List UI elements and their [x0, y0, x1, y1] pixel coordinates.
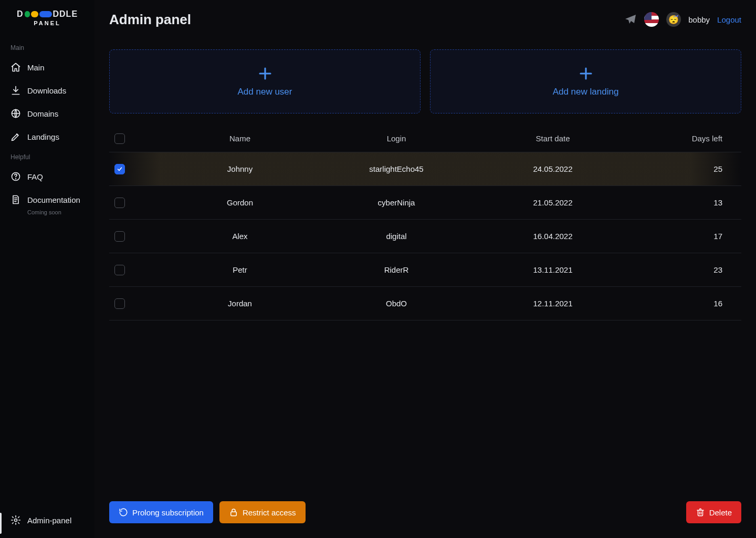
table-row: Alexdigital16.04.202217: [109, 220, 741, 253]
table-header: Name Login Start date Days left: [109, 125, 741, 152]
cell-name: Petr: [162, 265, 318, 274]
table-row: GordoncyberNinja21.05.202213: [109, 186, 741, 220]
globe-icon: [10, 108, 21, 119]
cell-login: cyberNinja: [318, 198, 475, 207]
tile-label: Add new user: [238, 87, 292, 97]
row-checkbox[interactable]: [114, 265, 125, 275]
telegram-icon[interactable]: [624, 13, 637, 26]
cell-login: ObdO: [318, 299, 475, 308]
home-icon: [10, 62, 21, 73]
sidebar-section-helpful: Helpful: [0, 148, 94, 165]
cell-days: 25: [631, 164, 736, 173]
sidebar-item-label: Downloads: [27, 86, 66, 95]
refresh-icon: [119, 508, 128, 517]
cell-login: RiderR: [318, 265, 475, 274]
username: bobby: [688, 15, 710, 24]
sidebar: D DDLE PANEL Main Main Downloads: [0, 0, 94, 538]
table-row: PetrRiderR13.11.202123: [109, 253, 741, 287]
cell-name: Alex: [162, 232, 318, 241]
gear-icon: [10, 515, 21, 525]
sidebar-item-landings[interactable]: Landings: [0, 125, 94, 148]
sidebar-item-subtext: Coming soon: [27, 209, 84, 215]
sidebar-item-label: Documentation: [27, 195, 80, 204]
plus-icon: [257, 66, 273, 81]
tile-label: Add new landing: [553, 87, 619, 97]
cell-start: 16.04.2022: [475, 232, 631, 241]
col-name: Name: [162, 134, 318, 143]
svg-rect-4: [231, 512, 237, 516]
avatar[interactable]: 😴: [666, 12, 681, 27]
row-checkbox[interactable]: [114, 164, 125, 174]
cell-days: 16: [631, 299, 736, 308]
question-icon: [10, 171, 21, 182]
trash-icon: [696, 508, 705, 517]
sidebar-item-label: Main: [27, 63, 45, 72]
cell-start: 12.11.2021: [475, 299, 631, 308]
sidebar-item-label: Domains: [27, 109, 58, 118]
restrict-button[interactable]: Restrict access: [219, 501, 306, 523]
sidebar-item-label: FAQ: [27, 172, 43, 181]
svg-point-3: [15, 519, 17, 522]
sidebar-item-documentation[interactable]: Documentation Coming soon: [0, 188, 94, 222]
cell-login: digital: [318, 232, 475, 241]
pen-icon: [10, 131, 21, 142]
cell-days: 23: [631, 265, 736, 274]
delete-button[interactable]: Delete: [686, 501, 741, 523]
sidebar-item-faq[interactable]: FAQ: [0, 165, 94, 188]
sidebar-item-admin-panel[interactable]: Admin-panel: [0, 509, 94, 538]
col-start: Start date: [475, 134, 631, 143]
add-user-tile[interactable]: Add new user: [109, 49, 421, 113]
cell-days: 13: [631, 198, 736, 207]
plus-icon: [578, 66, 594, 81]
cell-start: 24.05.2022: [475, 164, 631, 173]
download-icon: [10, 85, 21, 96]
cell-name: Jordan: [162, 299, 318, 308]
table-row: JohnnystarlightEcho4524.05.202225: [109, 152, 741, 186]
table-row: JordanObdO12.11.202116: [109, 287, 741, 320]
col-days: Days left: [631, 134, 736, 143]
select-all-checkbox[interactable]: [114, 133, 125, 144]
action-bar: Prolong subscription Restrict access Del…: [109, 501, 741, 523]
cell-days: 17: [631, 232, 736, 241]
cell-name: Johnny: [162, 164, 318, 173]
sidebar-section-main: Main: [0, 39, 94, 56]
locale-flag-us[interactable]: [644, 12, 659, 27]
sidebar-item-downloads[interactable]: Downloads: [0, 79, 94, 102]
sidebar-item-label: Admin-panel: [27, 516, 71, 525]
lock-icon: [229, 508, 238, 517]
header: Admin panel 😴 bobby Logout: [94, 0, 756, 39]
users-table: Name Login Start date Days left Johnnyst…: [109, 125, 741, 320]
add-landing-tile[interactable]: Add new landing: [430, 49, 741, 113]
prolong-button[interactable]: Prolong subscription: [109, 501, 213, 523]
nav-helpful: FAQ Documentation Coming soon: [0, 165, 94, 222]
cell-start: 21.05.2022: [475, 198, 631, 207]
doc-icon: [10, 194, 21, 205]
svg-point-2: [16, 179, 16, 179]
col-login: Login: [318, 134, 475, 143]
cell-login: starlightEcho45: [318, 164, 475, 173]
main: Admin panel 😴 bobby Logout Add new user: [94, 0, 756, 538]
row-checkbox[interactable]: [114, 298, 125, 309]
page-title: Admin panel: [109, 12, 191, 28]
sidebar-item-label: Landings: [27, 132, 59, 141]
row-checkbox[interactable]: [114, 231, 125, 242]
cell-name: Gordon: [162, 198, 318, 207]
sidebar-item-main[interactable]: Main: [0, 56, 94, 79]
sidebar-item-domains[interactable]: Domains: [0, 102, 94, 125]
nav-main: Main Downloads Domains Landings: [0, 56, 94, 148]
cell-start: 13.11.2021: [475, 265, 631, 274]
row-checkbox[interactable]: [114, 198, 125, 208]
logout-link[interactable]: Logout: [717, 15, 741, 24]
logo: D DDLE PANEL: [0, 9, 94, 39]
